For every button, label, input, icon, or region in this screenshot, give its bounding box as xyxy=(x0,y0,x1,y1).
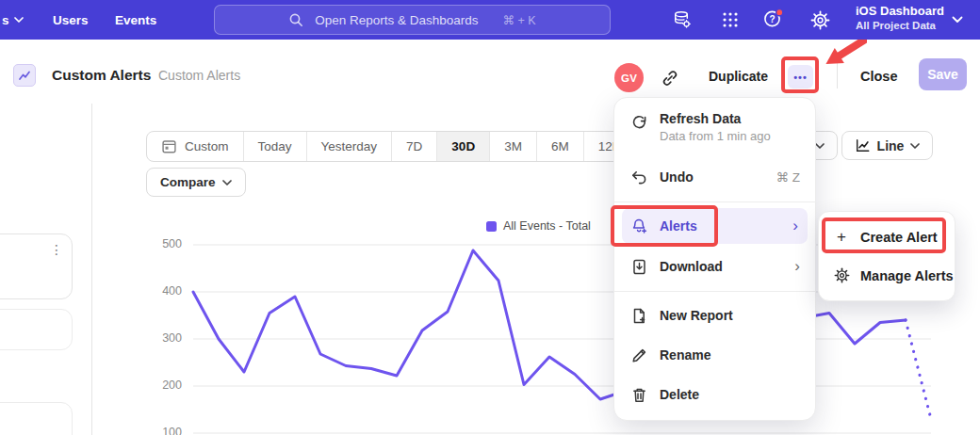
menu-item-rename[interactable]: Rename xyxy=(614,335,815,375)
chevron-down-icon xyxy=(14,17,24,23)
undo-icon xyxy=(630,169,648,186)
chart-type-button[interactable]: Line xyxy=(841,131,933,160)
chevron-down-icon xyxy=(815,143,825,149)
menu-item-download[interactable]: Download › xyxy=(614,246,815,287)
y-tick-label: 100 xyxy=(146,426,182,435)
nav-item-events[interactable]: Events xyxy=(115,0,156,40)
sidebar-card[interactable] xyxy=(0,402,73,435)
more-options-menu: Refresh Data Data from 1 min ago Undo ⌘ … xyxy=(613,97,816,421)
compare-label: Compare xyxy=(160,175,216,189)
project-chevron-down-icon[interactable] xyxy=(952,16,963,24)
date-range-custom[interactable]: Custom xyxy=(147,132,243,161)
legend-label: All Events - Total xyxy=(503,219,591,233)
trash-icon xyxy=(630,386,648,404)
menu-item-refresh-data[interactable]: Refresh Data Data from 1 min ago xyxy=(614,109,815,156)
project-scope: All Project Data xyxy=(856,19,944,32)
y-tick-label: 400 xyxy=(146,284,182,298)
date-range-today[interactable]: Today xyxy=(243,132,306,161)
chevron-right-icon: › xyxy=(792,218,798,234)
calendar-icon xyxy=(161,138,177,154)
menu-item-delete[interactable]: Delete xyxy=(614,375,815,414)
divider xyxy=(837,62,838,89)
submenu-item-create-alert[interactable]: + Create Alert xyxy=(819,218,955,256)
nav-item-users[interactable]: Users xyxy=(53,0,89,40)
new-report-label: New Report xyxy=(660,308,733,323)
legend-swatch xyxy=(486,221,497,232)
save-label: Save xyxy=(927,67,958,82)
close-button[interactable]: Close xyxy=(860,69,898,84)
line-chart-icon xyxy=(855,137,871,153)
create-alert-label: Create Alert xyxy=(860,230,938,245)
date-range-label: Yesterday xyxy=(321,139,378,153)
undo-label: Undo xyxy=(660,169,694,185)
refresh-label: Refresh Data xyxy=(660,111,771,126)
more-options-button[interactable]: ••• xyxy=(788,65,813,89)
date-range-label: 3M xyxy=(504,139,522,153)
kebab-menu-icon[interactable]: ⋮ xyxy=(50,242,63,257)
database-gear-icon xyxy=(672,9,693,30)
alerts-submenu: + Create Alert Manage Alerts xyxy=(818,211,956,301)
nav-item-partial[interactable]: s xyxy=(2,0,24,40)
copy-link-button[interactable] xyxy=(660,68,680,89)
data-management-button[interactable] xyxy=(671,8,694,31)
submenu-item-manage-alerts[interactable]: Manage Alerts xyxy=(819,256,955,295)
svg-text:?: ? xyxy=(769,14,775,24)
menu-item-alerts[interactable]: Alerts › xyxy=(622,208,808,244)
chart-legend: All Events - Total xyxy=(486,219,591,233)
new-report-icon xyxy=(630,307,648,325)
help-icon: ? xyxy=(762,8,785,30)
title-bar: Custom Alerts Custom Alerts GV Duplicate… xyxy=(0,40,980,104)
y-tick-label: 200 xyxy=(146,379,182,392)
delete-label: Delete xyxy=(660,387,699,402)
gear-icon xyxy=(833,267,850,284)
chevron-down-icon xyxy=(910,143,920,149)
help-button[interactable]: ? xyxy=(762,8,785,30)
download-label: Download xyxy=(660,259,723,274)
date-range-3m[interactable]: 3M xyxy=(489,132,536,161)
project-switcher[interactable]: iOS Dashboard All Project Data xyxy=(856,4,944,33)
duplicate-button[interactable]: Duplicate xyxy=(709,69,768,84)
breadcrumb: Custom Alerts xyxy=(158,68,240,83)
avatar-initials: GV xyxy=(621,72,637,84)
project-name: iOS Dashboard xyxy=(856,4,944,19)
compare-button[interactable]: Compare xyxy=(146,168,246,197)
search-icon xyxy=(288,12,303,27)
date-range-30d[interactable]: 30D xyxy=(436,132,489,161)
grid-icon xyxy=(721,10,740,29)
date-range-label: Custom xyxy=(185,139,229,153)
report-type-icon xyxy=(13,64,36,87)
page-title: Custom Alerts xyxy=(52,67,151,84)
rename-label: Rename xyxy=(660,347,710,362)
alerts-label: Alerts xyxy=(660,218,697,234)
nav-item-partial-label: s xyxy=(2,13,9,27)
sidebar-card[interactable]: ⋮ xyxy=(0,234,73,299)
date-range-label: 6M xyxy=(551,139,569,153)
date-range-label: Today xyxy=(258,139,292,153)
download-icon xyxy=(630,258,648,276)
pencil-icon xyxy=(630,346,648,364)
avatar[interactable]: GV xyxy=(614,63,644,92)
search-input[interactable]: Open Reports & Dashboards ⌘ + K xyxy=(214,5,611,35)
sidebar-card[interactable] xyxy=(0,309,73,350)
manage-alerts-label: Manage Alerts xyxy=(860,268,954,283)
bell-plus-icon xyxy=(630,218,648,235)
settings-button[interactable] xyxy=(808,8,831,31)
plus-icon: + xyxy=(833,229,850,246)
apps-grid-button[interactable] xyxy=(719,8,742,31)
chart-type-label: Line xyxy=(877,138,905,153)
app-window: 500400300200100 All Events - Total s Use… xyxy=(0,0,980,435)
menu-item-undo[interactable]: Undo ⌘ Z xyxy=(614,156,815,198)
y-tick-label: 500 xyxy=(146,237,182,250)
date-range-yesterday[interactable]: Yesterday xyxy=(306,132,392,161)
menu-item-new-report[interactable]: New Report xyxy=(614,296,815,335)
y-tick-label: 300 xyxy=(146,331,182,345)
refresh-subtitle: Data from 1 min ago xyxy=(660,129,771,143)
save-button[interactable]: Save xyxy=(919,58,967,90)
link-icon xyxy=(661,69,679,88)
ellipsis-icon: ••• xyxy=(793,72,808,83)
date-range-6m[interactable]: 6M xyxy=(536,132,583,161)
date-range-label: 30D xyxy=(451,139,475,153)
search-placeholder: Open Reports & Dashboards xyxy=(315,13,478,27)
date-range-7d[interactable]: 7D xyxy=(391,132,436,161)
date-range-picker: CustomTodayYesterday7D30D3M6M12M xyxy=(146,131,638,162)
